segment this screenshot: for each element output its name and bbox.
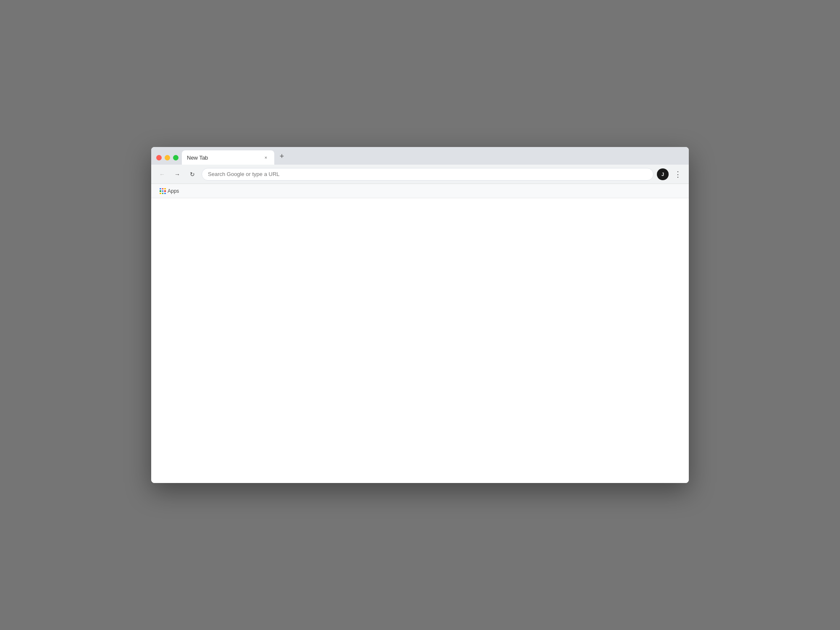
bookmarks-bar: Apps	[151, 184, 689, 198]
maximize-window-button[interactable]	[173, 155, 178, 160]
minimize-window-button[interactable]	[165, 155, 170, 160]
page-content	[151, 198, 689, 483]
toolbar: ← → ↻ J ⋮	[151, 165, 689, 184]
tab-close-button[interactable]: ×	[262, 154, 269, 161]
reload-icon: ↻	[190, 171, 195, 178]
address-bar[interactable]	[202, 168, 654, 181]
chrome-menu-button[interactable]: ⋮	[672, 168, 684, 180]
profile-initial: J	[662, 172, 664, 177]
back-button[interactable]: ←	[156, 168, 168, 180]
window-controls	[155, 155, 182, 165]
forward-icon: →	[174, 171, 180, 178]
tab-bar: New Tab × +	[151, 147, 689, 165]
forward-button[interactable]: →	[171, 168, 183, 180]
new-tab-button[interactable]: +	[276, 150, 288, 162]
profile-button[interactable]: J	[657, 168, 669, 180]
close-window-button[interactable]	[156, 155, 162, 160]
reload-button[interactable]: ↻	[186, 168, 198, 180]
apps-grid-icon	[160, 188, 165, 194]
apps-label: Apps	[168, 188, 179, 194]
active-tab[interactable]: New Tab ×	[182, 150, 274, 165]
apps-bookmark[interactable]: Apps	[156, 186, 182, 196]
browser-window: New Tab × + ← → ↻ J ⋮	[151, 147, 689, 483]
address-input[interactable]	[208, 171, 647, 177]
back-icon: ←	[159, 171, 165, 178]
menu-icon: ⋮	[674, 170, 682, 179]
tab-title: New Tab	[187, 155, 259, 161]
